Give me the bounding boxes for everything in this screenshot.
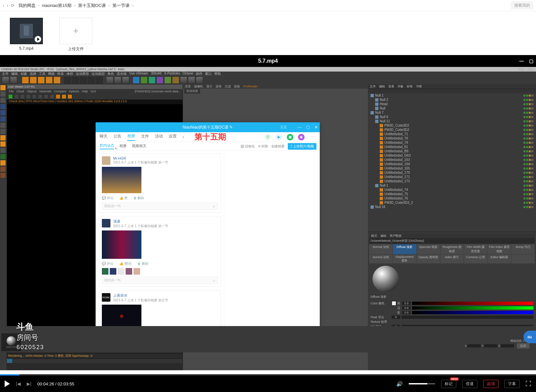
chat-minimize[interactable]: — xyxy=(298,125,302,130)
tool-undo[interactable] xyxy=(2,76,9,84)
crumb-1[interactable]: niaoniao第15期 xyxy=(42,3,72,9)
mat-tab[interactable]: Editor 编辑器 xyxy=(488,255,511,263)
tree-row[interactable]: Null 2 xyxy=(368,98,536,102)
coord-x[interactable] xyxy=(467,344,481,347)
file-item-upload[interactable]: + 上传文件 xyxy=(56,18,96,52)
mat-tab[interactable]: Normal 法线 xyxy=(369,244,393,254)
lt-workplane[interactable] xyxy=(0,97,6,103)
forward-button[interactable]: › xyxy=(7,3,8,8)
tool-render-region[interactable] xyxy=(114,76,121,84)
vp-menu-item[interactable]: 选项 xyxy=(216,84,222,89)
mat-tab[interactable]: Index 索引 xyxy=(440,255,464,263)
chat-tab-settings[interactable]: 设置 xyxy=(169,134,177,140)
avatar[interactable] xyxy=(102,219,110,227)
tool-y[interactable] xyxy=(72,76,79,84)
tree-row[interactable]: Untitledsdsd_71 xyxy=(368,132,536,136)
liker-avatar[interactable] xyxy=(126,268,132,275)
tree-row[interactable]: Null 8 xyxy=(368,115,536,119)
crumb-3[interactable]: 第一节课 xyxy=(112,3,130,9)
am-tab[interactable]: 用户数据 xyxy=(390,234,402,238)
tree-row[interactable]: Null 16 xyxy=(368,205,536,209)
tool-nurbs[interactable] xyxy=(148,76,156,84)
video-icon[interactable]: ▶ xyxy=(276,134,282,140)
tree-row[interactable]: Null 11 xyxy=(368,119,536,123)
oct-menu-item[interactable]: GUI xyxy=(91,90,96,93)
post-image[interactable] xyxy=(102,305,141,328)
am-tab[interactable]: 模式 xyxy=(371,234,377,238)
mat-tab[interactable] xyxy=(511,255,535,263)
tool-env[interactable] xyxy=(172,76,179,84)
tree-row[interactable]: Untitledsdsd_173 xyxy=(368,179,536,183)
post-image[interactable] xyxy=(102,230,141,259)
tree-row[interactable]: Untitledsdsd_B9 xyxy=(368,149,536,153)
liker-avatar[interactable] xyxy=(110,268,116,275)
menu-item[interactable]: 选择 xyxy=(30,72,36,76)
liker-avatar[interactable] xyxy=(118,268,124,275)
chat-maximize[interactable]: ▢ xyxy=(306,125,310,130)
tree-row[interactable]: PM3D_Cube3D2 xyxy=(368,123,536,128)
comment-input[interactable]: 我也说一句☺ xyxy=(102,202,218,210)
chevron-down-icon[interactable]: ▾ xyxy=(183,136,184,139)
edit-icon[interactable]: ✎ xyxy=(229,125,233,130)
tool-deformer[interactable] xyxy=(164,76,171,84)
chat-tab-chat[interactable]: 聊天 xyxy=(100,134,107,140)
g-value[interactable]: 0.9 xyxy=(402,306,411,310)
post-author[interactable]: 演虐 xyxy=(113,219,168,224)
oct-pause[interactable] xyxy=(14,94,19,99)
menu-item[interactable]: 流水线 xyxy=(117,72,127,76)
post-image[interactable] xyxy=(102,167,141,193)
tool-live[interactable] xyxy=(22,76,29,84)
tree-row[interactable]: Untitledsdsd_79 xyxy=(368,140,536,145)
play-button[interactable] xyxy=(5,380,10,387)
upload-thumbnail[interactable]: + xyxy=(59,18,92,44)
object-tree[interactable]: Null 1Null 2HeadNullNull 7Null 8Null 11P… xyxy=(368,93,536,232)
subact-perm[interactable]: ⟳ 权限 xyxy=(258,144,268,149)
om-tab[interactable]: 查看 xyxy=(388,84,394,89)
delete-button[interactable]: 🗑 删除 xyxy=(134,196,144,200)
menu-item[interactable]: 启动 xyxy=(527,68,533,72)
menu-item[interactable]: 插件 xyxy=(196,72,202,76)
am-tab[interactable]: 编辑 xyxy=(380,234,386,238)
tool-move[interactable] xyxy=(30,76,37,84)
lt-points[interactable] xyxy=(0,104,6,109)
tool-coord[interactable] xyxy=(88,76,95,84)
avatar[interactable] xyxy=(102,156,110,165)
subact-create[interactable]: 创建相册 xyxy=(271,144,284,149)
oct-menu-item[interactable]: Help xyxy=(82,90,88,93)
oct-a[interactable] xyxy=(44,94,48,99)
tool-redo[interactable] xyxy=(10,76,17,84)
chat-close[interactable]: ✕ xyxy=(314,125,318,130)
tool-misc[interactable] xyxy=(196,76,203,84)
chat-tab-files[interactable]: 文件 xyxy=(141,134,149,140)
om-tab[interactable]: 标签 xyxy=(407,84,413,89)
subtab-feed[interactable]: 群内动态 xyxy=(100,143,114,149)
crumb-root[interactable]: 我的网盘 xyxy=(18,3,36,9)
tree-row[interactable]: Untitledsdsd_170 xyxy=(368,170,536,175)
oct-pick[interactable] xyxy=(56,94,60,99)
r-value[interactable]: 0.9 xyxy=(402,302,411,305)
oct-menu-item[interactable]: Materials xyxy=(40,90,52,93)
tree-row[interactable]: Untitledsdsd_171 xyxy=(368,175,536,179)
tool-camera[interactable] xyxy=(180,76,187,84)
tool-scale[interactable] xyxy=(38,76,45,84)
tree-row[interactable]: Untitledsdsd_78 xyxy=(368,136,536,140)
lt-i[interactable] xyxy=(0,172,6,178)
vp-menu-item[interactable]: 过滤 xyxy=(225,84,231,89)
emoji-icon[interactable]: ☺ xyxy=(212,204,216,208)
tree-row[interactable]: Untitledsdsd_163 xyxy=(368,158,536,162)
feed[interactable]: Mr.HGR 2021-5-7 上传 1 个影像到相册 第一节 💬 评论 👍 赞… xyxy=(96,151,224,337)
menu-item[interactable]: 样条 xyxy=(57,72,64,76)
menu-item[interactable]: Octane xyxy=(183,72,193,76)
b-value[interactable]: 0.9 xyxy=(402,311,411,314)
mat-tab[interactable]: Common 公用 xyxy=(464,255,487,263)
apply-button[interactable]: 应用 xyxy=(517,343,529,348)
vp-menu-item[interactable]: 面板 xyxy=(234,84,240,89)
maximize-button[interactable]: ▢ xyxy=(529,58,533,64)
oct-stop[interactable] xyxy=(20,94,25,99)
lt-b[interactable] xyxy=(0,129,6,135)
tree-row[interactable]: Untitledsdsd_74 xyxy=(368,188,536,192)
tool-pen[interactable] xyxy=(140,76,148,84)
oct-focus[interactable] xyxy=(62,94,66,99)
post-author[interactable]: Mr.HGR xyxy=(113,156,168,160)
tree-row[interactable]: Untitledsdsd_165 xyxy=(368,166,536,170)
